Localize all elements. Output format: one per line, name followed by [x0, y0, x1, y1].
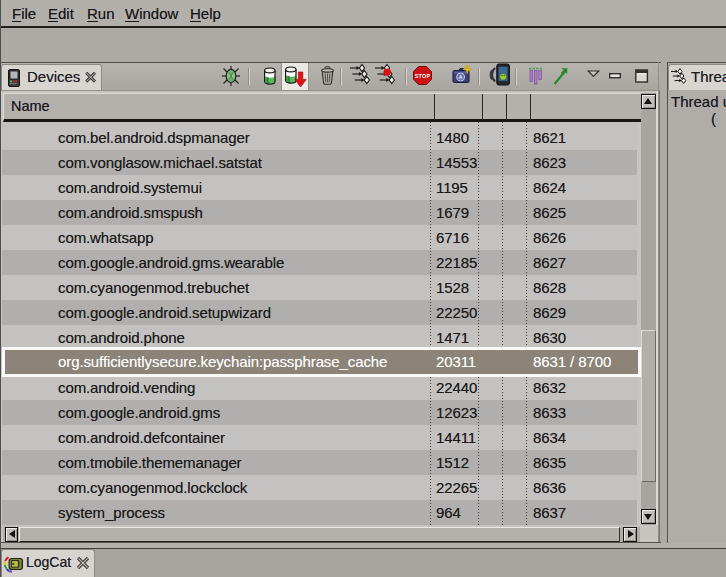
svg-text:STOP: STOP	[415, 73, 431, 79]
